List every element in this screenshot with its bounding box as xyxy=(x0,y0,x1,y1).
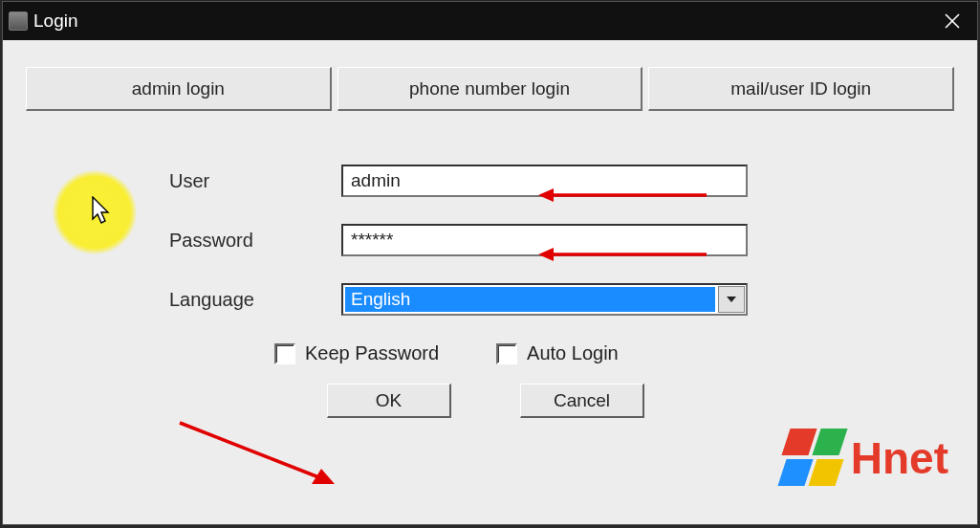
auto-login-checkbox[interactable]: Auto Login xyxy=(496,342,619,364)
chevron-down-icon xyxy=(727,297,736,302)
login-window: Login admin login phone number login mai… xyxy=(2,1,978,525)
cancel-button[interactable]: Cancel xyxy=(520,384,644,418)
annotation-arrow-ok xyxy=(170,413,342,494)
login-tabs: admin login phone number login mail/user… xyxy=(26,67,954,111)
password-label: Password xyxy=(169,230,341,252)
close-icon xyxy=(945,13,960,29)
tab-mail-login[interactable]: mail/user ID login xyxy=(648,67,954,111)
login-form: User Password Language English xyxy=(169,165,954,418)
ok-button[interactable]: OK xyxy=(327,384,451,418)
language-value: English xyxy=(345,287,715,312)
checkbox-box xyxy=(274,343,295,364)
svg-line-8 xyxy=(180,423,321,478)
auto-login-label: Auto Login xyxy=(527,342,619,364)
password-input[interactable] xyxy=(341,224,748,256)
close-button[interactable] xyxy=(933,2,971,40)
svg-marker-3 xyxy=(93,197,108,223)
cursor-icon xyxy=(92,196,115,227)
tab-phone-login[interactable]: phone number login xyxy=(338,67,643,111)
cursor-highlight xyxy=(53,170,137,254)
app-icon xyxy=(9,11,28,31)
titlebar: Login xyxy=(3,2,977,40)
user-input[interactable] xyxy=(341,165,748,197)
window-title: Login xyxy=(33,11,78,32)
user-label: User xyxy=(169,170,341,192)
svg-marker-9 xyxy=(312,469,335,484)
checkbox-box xyxy=(496,343,517,364)
logo-text: Hnet xyxy=(851,432,948,484)
language-select[interactable]: English xyxy=(341,283,748,316)
keep-password-label: Keep Password xyxy=(305,342,439,364)
svg-marker-2 xyxy=(727,297,736,302)
tab-admin-login[interactable]: admin login xyxy=(26,67,332,111)
client-area: admin login phone number login mail/user… xyxy=(3,40,977,524)
language-label: Language xyxy=(169,289,341,311)
hnet-logo: Hnet xyxy=(782,429,948,488)
logo-icon xyxy=(782,429,841,488)
keep-password-checkbox[interactable]: Keep Password xyxy=(274,342,439,364)
language-dropdown-button[interactable] xyxy=(718,286,745,313)
